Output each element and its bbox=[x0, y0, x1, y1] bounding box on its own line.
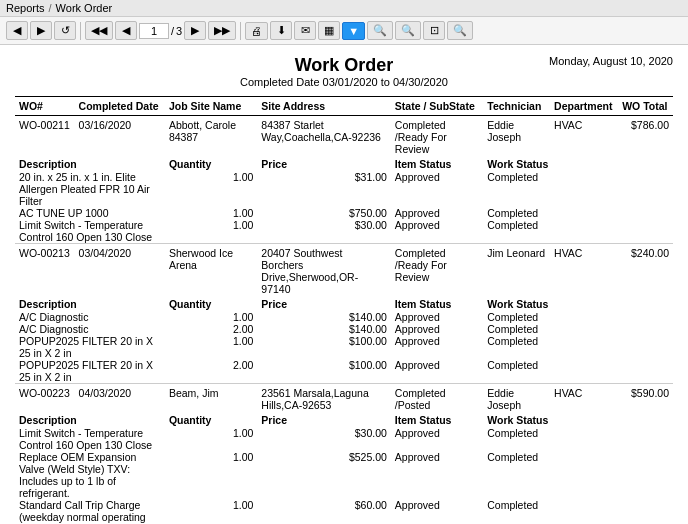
page-input[interactable] bbox=[139, 23, 169, 39]
table-header-row: WO# Completed Date Job Site Name Site Ad… bbox=[15, 97, 673, 116]
breadcrumb-workorder[interactable]: Work Order bbox=[56, 2, 113, 14]
item-row: Limit Switch - Temperature Control 160 O… bbox=[15, 219, 673, 244]
item-desc: A/C Diagnostic bbox=[15, 311, 165, 323]
item-workstatus: Completed bbox=[483, 451, 673, 499]
wo-name: Sherwood Ice Arena bbox=[165, 244, 257, 297]
item-price: $140.00 bbox=[257, 311, 391, 323]
item-itemstatus: Approved bbox=[391, 451, 483, 499]
item-qty: 1.00 bbox=[165, 499, 257, 524]
wo-state: Completed /Ready For Review bbox=[391, 116, 483, 157]
refresh-button[interactable]: ↺ bbox=[54, 21, 76, 40]
item-row: POPUP2025 FILTER 20 in X 25 in X 2 in 1.… bbox=[15, 335, 673, 359]
item-itemstatus: Approved bbox=[391, 323, 483, 335]
wo-number: WO-00223 bbox=[15, 384, 75, 413]
table-row: WO-00213 03/04/2020 Sherwood Ice Arena 2… bbox=[15, 244, 673, 297]
workstatus-col-label: Work Status bbox=[483, 156, 673, 171]
col-header-addr: Site Address bbox=[257, 97, 391, 116]
item-row: A/C Diagnostic 2.00 $140.00 Approved Com… bbox=[15, 323, 673, 335]
wo-date: 04/03/2020 bbox=[75, 384, 165, 413]
item-row: A/C Diagnostic 1.00 $140.00 Approved Com… bbox=[15, 311, 673, 323]
item-qty: 1.00 bbox=[165, 219, 257, 244]
report-print-date: Monday, August 10, 2020 bbox=[549, 55, 673, 67]
wo-name: Abbott, Carole 84387 bbox=[165, 116, 257, 157]
desc-col-label: Description bbox=[15, 412, 165, 427]
item-price: $100.00 bbox=[257, 335, 391, 359]
forward-button[interactable]: ▶ bbox=[30, 21, 52, 40]
itemstatus-col-label: Item Status bbox=[391, 296, 483, 311]
item-itemstatus: Approved bbox=[391, 311, 483, 323]
item-desc: POPUP2025 FILTER 20 in X 25 in X 2 in bbox=[15, 359, 165, 384]
item-desc: Replace OEM Expansion Valve (Weld Style)… bbox=[15, 451, 165, 499]
back-button[interactable]: ◀ bbox=[6, 21, 28, 40]
item-row: Limit Switch - Temperature Control 160 O… bbox=[15, 427, 673, 451]
item-workstatus: Completed bbox=[483, 335, 673, 359]
col-header-name: Job Site Name bbox=[165, 97, 257, 116]
item-price: $140.00 bbox=[257, 323, 391, 335]
work-order-table: WO# Completed Date Job Site Name Site Ad… bbox=[15, 96, 673, 524]
wo-dept: HVAC bbox=[550, 384, 618, 413]
email-button[interactable]: ✉ bbox=[294, 21, 316, 40]
wo-total: $786.00 bbox=[618, 116, 673, 157]
fit-button[interactable]: ⊡ bbox=[423, 21, 445, 40]
toolbar-sep-1 bbox=[80, 22, 81, 40]
breadcrumb-reports[interactable]: Reports bbox=[6, 2, 45, 14]
item-itemstatus: Approved bbox=[391, 499, 483, 524]
col-header-total: WO Total bbox=[618, 97, 673, 116]
item-itemstatus: Approved bbox=[391, 335, 483, 359]
zoomout-button[interactable]: 🔍 bbox=[395, 21, 421, 40]
prev-page-button[interactable]: ◀ bbox=[115, 21, 137, 40]
item-desc: Limit Switch - Temperature Control 160 O… bbox=[15, 427, 165, 451]
view-button[interactable]: ▦ bbox=[318, 21, 340, 40]
item-qty: 1.00 bbox=[165, 171, 257, 207]
col-header-date: Completed Date bbox=[75, 97, 165, 116]
last-page-button[interactable]: ▶▶ bbox=[208, 21, 236, 40]
item-qty: 1.00 bbox=[165, 207, 257, 219]
print-button[interactable]: 🖨 bbox=[245, 22, 268, 40]
desc-header-row: Description Quantity Price Item Status W… bbox=[15, 412, 673, 427]
col-header-wo: WO# bbox=[15, 97, 75, 116]
desc-col-label: Description bbox=[15, 296, 165, 311]
item-row: Replace OEM Expansion Valve (Weld Style)… bbox=[15, 451, 673, 499]
price-col-label: Price bbox=[257, 156, 391, 171]
item-workstatus: Completed bbox=[483, 311, 673, 323]
item-itemstatus: Approved bbox=[391, 427, 483, 451]
item-workstatus: Completed bbox=[483, 323, 673, 335]
table-body: WO-00211 03/16/2020 Abbott, Carole 84387… bbox=[15, 116, 673, 525]
item-price: $525.00 bbox=[257, 451, 391, 499]
item-desc: A/C Diagnostic bbox=[15, 323, 165, 335]
item-workstatus: Completed bbox=[483, 427, 673, 451]
wo-tech: Eddie Joseph bbox=[483, 384, 550, 413]
item-row: POPUP2025 FILTER 20 in X 25 in X 2 in 2.… bbox=[15, 359, 673, 384]
item-qty: 1.00 bbox=[165, 311, 257, 323]
item-price: $750.00 bbox=[257, 207, 391, 219]
wo-address: 84387 Starlet Way,Coachella,CA-92236 bbox=[257, 116, 391, 157]
filter-button[interactable]: ▼ bbox=[342, 22, 365, 40]
page-total: 3 bbox=[176, 25, 182, 37]
zoomin-button[interactable]: 🔍 bbox=[367, 21, 393, 40]
col-header-tech: Technician bbox=[483, 97, 550, 116]
table-row: WO-00211 03/16/2020 Abbott, Carole 84387… bbox=[15, 116, 673, 157]
col-header-state: State / SubState bbox=[391, 97, 483, 116]
workstatus-col-label: Work Status bbox=[483, 296, 673, 311]
first-page-button[interactable]: ◀◀ bbox=[85, 21, 113, 40]
item-desc: 20 in. x 25 in. x 1 in. Elite Allergen P… bbox=[15, 171, 165, 207]
item-qty: 1.00 bbox=[165, 335, 257, 359]
wo-number: WO-00213 bbox=[15, 244, 75, 297]
item-qty: 1.00 bbox=[165, 427, 257, 451]
item-qty: 2.00 bbox=[165, 323, 257, 335]
price-col-label: Price bbox=[257, 412, 391, 427]
export-button[interactable]: ⬇ bbox=[270, 21, 292, 40]
col-header-dept: Department bbox=[550, 97, 618, 116]
wo-dept: HVAC bbox=[550, 116, 618, 157]
wo-tech: Eddie Joseph bbox=[483, 116, 550, 157]
next-page-button[interactable]: ▶ bbox=[184, 21, 206, 40]
toolbar: ◀ ▶ ↺ ◀◀ ◀ / 3 ▶ ▶▶ 🖨 ⬇ ✉ ▦ ▼ 🔍 🔍 ⊡ 🔍 bbox=[0, 17, 688, 45]
report-header: Work Order Completed Date 03/01/2020 to … bbox=[15, 55, 673, 88]
item-workstatus: Completed bbox=[483, 207, 673, 219]
search-button[interactable]: 🔍 bbox=[447, 21, 473, 40]
item-row: Standard Call Trip Charge (weekday norma… bbox=[15, 499, 673, 524]
workstatus-col-label: Work Status bbox=[483, 412, 673, 427]
wo-dept: HVAC bbox=[550, 244, 618, 297]
item-workstatus: Completed bbox=[483, 499, 673, 524]
qty-col-label: Quantity bbox=[165, 156, 257, 171]
